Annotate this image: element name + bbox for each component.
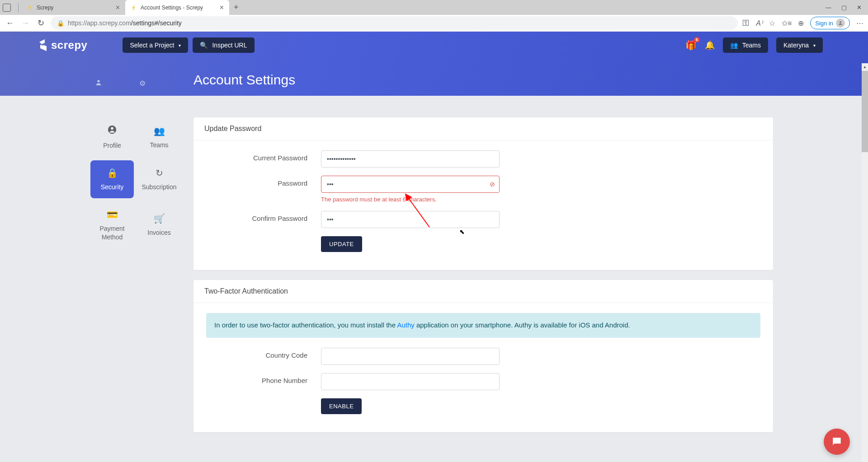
chat-icon xyxy=(831,436,843,448)
confirm-password-input[interactable] xyxy=(321,211,500,228)
subnav-profile-icon[interactable] xyxy=(95,79,102,88)
maximize-icon[interactable]: ▢ xyxy=(841,4,847,11)
browser-tab-2[interactable]: ⚡ Account Settings - Screpy × xyxy=(125,0,229,15)
minimize-icon[interactable]: — xyxy=(826,4,831,11)
separator xyxy=(18,3,19,12)
back-button[interactable]: ← xyxy=(5,18,15,28)
current-password-label: Current Password xyxy=(206,150,321,162)
sidebar-item-label: Security xyxy=(101,183,124,191)
gift-badge: 5 xyxy=(694,37,700,42)
subnav-settings-icon[interactable]: ⚙ xyxy=(139,79,146,88)
url-host: https://app.screpy.com xyxy=(68,19,131,27)
sidebar-item-label: Payment Method xyxy=(92,224,132,241)
browser-address-bar: ← → ↻ 🔒 https://app.screpy.com/settings#… xyxy=(0,15,868,32)
more-icon[interactable]: ⋯ xyxy=(856,19,863,28)
card-title: Update Password xyxy=(193,117,773,140)
password-input[interactable] xyxy=(321,176,500,193)
card-title: Two-Factor Authentication xyxy=(193,280,773,303)
search-icon: 🔍 xyxy=(200,42,208,49)
info-banner: In order to use two-factor authenticatio… xyxy=(206,313,760,338)
avatar-icon xyxy=(836,19,845,28)
sidebar-item-label: Teams xyxy=(150,141,168,149)
confirm-password-label: Confirm Password xyxy=(206,211,321,222)
settings-sidebar: Profile 👥 Teams 🔒 Security ↻ Subscriptio… xyxy=(90,117,181,442)
favorite-icon[interactable]: ☆ xyxy=(769,19,775,28)
app-header: screpy Select a Project 🔍 Inspect URL 🎁 … xyxy=(0,32,868,96)
inspect-placeholder: Inspect URL xyxy=(212,42,247,49)
update-password-card: Update Password Current Password Passwor… xyxy=(193,117,773,270)
sidebar-item-security[interactable]: 🔒 Security xyxy=(90,160,134,198)
close-icon[interactable]: × xyxy=(220,4,224,12)
logo[interactable]: screpy xyxy=(38,39,87,51)
enable-button[interactable]: ENABLE xyxy=(321,398,362,414)
sidebar-item-payment[interactable]: 💳 Payment Method xyxy=(90,202,134,248)
profile-icon xyxy=(107,125,117,137)
reload-button[interactable]: ↻ xyxy=(35,18,46,28)
authy-link[interactable]: Authy xyxy=(397,321,414,329)
scroll-thumb[interactable] xyxy=(862,71,868,152)
phone-number-label: Phone Number xyxy=(206,373,321,384)
browser-titlebar: ⚡ Screpy × ⚡ Account Settings - Screpy ×… xyxy=(0,0,868,15)
tab-actions-icon[interactable] xyxy=(3,4,11,12)
logo-icon xyxy=(38,39,47,51)
lock-icon: 🔒 xyxy=(57,20,64,27)
card-icon: 💳 xyxy=(107,209,118,220)
new-tab-button[interactable]: + xyxy=(229,3,243,12)
svg-point-0 xyxy=(840,21,841,23)
country-code-label: Country Code xyxy=(206,348,321,359)
lock-icon: 🔒 xyxy=(107,168,118,178)
svg-point-3 xyxy=(111,127,113,130)
select-project-button[interactable]: Select a Project xyxy=(123,37,188,53)
password-label: Password xyxy=(206,176,321,187)
favicon-icon: ⚡ xyxy=(132,5,136,11)
page-content: screpy Select a Project 🔍 Inspect URL 🎁 … xyxy=(0,32,868,462)
notifications-button[interactable]: 🔔 xyxy=(705,40,715,50)
signin-button[interactable]: Sign in xyxy=(810,17,850,29)
two-factor-card: Two-Factor Authentication In order to us… xyxy=(193,280,773,432)
update-button[interactable]: UPDATE xyxy=(321,236,362,252)
sidebar-item-label: Invoices xyxy=(147,229,170,237)
sidebar-item-subscription[interactable]: ↻ Subscription xyxy=(137,160,181,198)
tab-title: Account Settings - Screpy xyxy=(141,5,203,11)
cart-icon: 🛒 xyxy=(154,213,165,224)
people-icon: 👥 xyxy=(730,42,738,49)
error-icon: ⊘ xyxy=(490,181,495,188)
teams-button[interactable]: 👥 Teams xyxy=(723,37,768,53)
sidebar-item-invoices[interactable]: 🛒 Invoices xyxy=(137,202,181,248)
key-icon[interactable]: ⚿ xyxy=(742,19,750,27)
sidebar-item-teams[interactable]: 👥 Teams xyxy=(137,117,181,157)
forward-button[interactable]: → xyxy=(20,18,31,28)
user-menu-button[interactable]: Kateryna xyxy=(776,37,823,53)
current-password-input[interactable] xyxy=(321,150,500,168)
header-subnav: ⚙ xyxy=(95,79,146,88)
close-window-icon[interactable]: ✕ xyxy=(857,4,862,11)
signin-label: Sign in xyxy=(815,20,833,27)
inspect-url-button[interactable]: 🔍 Inspect URL xyxy=(193,37,254,53)
tab-title: Screpy xyxy=(37,5,53,11)
favicon-icon: ⚡ xyxy=(28,5,32,11)
browser-tab-1[interactable]: ⚡ Screpy × xyxy=(21,0,125,15)
scroll-up-icon[interactable]: ▲ xyxy=(862,63,868,70)
teams-icon: 👥 xyxy=(154,126,165,136)
scrollbar[interactable]: ▲ ▼ xyxy=(862,63,868,462)
read-aloud-icon[interactable]: A⁾ xyxy=(756,19,763,28)
refresh-icon: ↻ xyxy=(156,168,163,178)
url-path: /settings#/security xyxy=(131,19,182,27)
phone-number-input[interactable] xyxy=(321,373,500,390)
sidebar-item-profile[interactable]: Profile xyxy=(90,117,134,157)
url-input[interactable]: 🔒 https://app.screpy.com/settings#/secur… xyxy=(51,16,738,30)
logo-text: screpy xyxy=(51,39,87,51)
gift-button[interactable]: 🎁 5 xyxy=(685,40,697,51)
password-error-text: The password must be at least 6 characte… xyxy=(321,196,500,203)
country-code-input[interactable] xyxy=(321,348,500,365)
collections-icon[interactable]: ⊕ xyxy=(798,19,804,28)
sidebar-item-label: Subscription xyxy=(142,183,176,191)
svg-point-1 xyxy=(97,80,99,82)
chat-button[interactable] xyxy=(824,429,850,455)
close-icon[interactable]: × xyxy=(116,4,120,12)
favorites-list-icon[interactable]: ✩≡ xyxy=(782,19,792,28)
page-title: Account Settings xyxy=(193,72,295,88)
sidebar-item-label: Profile xyxy=(103,141,121,149)
